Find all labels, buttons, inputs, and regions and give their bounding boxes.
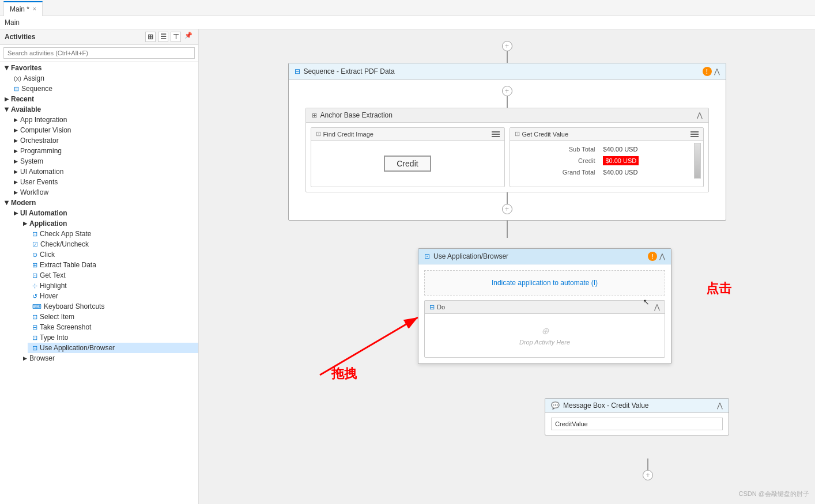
anchor-body: ⊡ Find Credit Image Credit: [306, 123, 708, 192]
message-input[interactable]: [551, 418, 723, 430]
table-row: Sub Total $40.00 USD: [514, 144, 692, 154]
add-connector-inner-bottom[interactable]: +: [502, 204, 512, 214]
favorites-children: (x) Assign ⊟ Sequence: [0, 73, 198, 94]
recent-label[interactable]: ▶ Recent: [0, 94, 198, 104]
list-item[interactable]: ⊟ Sequence: [9, 84, 198, 94]
sidebar-search: [0, 45, 198, 62]
bottom-add-connector[interactable]: +: [643, 470, 653, 480]
available-section: ▶ Available ▶ App Integration ▶ Computer…: [0, 104, 198, 198]
sidebar-item-select-item[interactable]: ⊡ Select Item: [28, 312, 198, 322]
list-item[interactable]: (x) Assign: [9, 73, 198, 84]
keyboard-icon: ⌨: [32, 303, 41, 310]
message-box-block: 💬 Message Box - Credit Value ⋀: [545, 398, 729, 435]
main-tab[interactable]: Main * ×: [3, 1, 43, 16]
favorites-label[interactable]: ▶ Favorites: [0, 63, 198, 73]
get-header-icons: [691, 131, 699, 137]
msg-collapse-icon[interactable]: ⋀: [717, 401, 723, 410]
canvas-area: + ⊟ Sequence - Extract PDF Data ! ⋀ +: [199, 29, 815, 504]
credit-button[interactable]: Credit: [384, 156, 431, 172]
indicate-button[interactable]: Indicate application to automate (I): [424, 270, 665, 295]
get-menu-icon[interactable]: [691, 131, 699, 137]
sidebar-item-click[interactable]: ⊙ Click: [28, 249, 198, 260]
use-app-collapse-icon[interactable]: ⋀: [659, 252, 665, 260]
sidebar-item-browser[interactable]: ▶ Browser: [18, 353, 198, 363]
check-uncheck-icon: ☑: [32, 241, 38, 248]
table-row: Grand Total $40.00 USD: [514, 167, 692, 177]
modern-ui-automation-label[interactable]: ▶ UI Automation: [9, 208, 198, 218]
get-icon: ⊡: [515, 130, 520, 138]
sidebar-icon-filter[interactable]: ⊤: [171, 32, 181, 42]
anchor-collapse-icon[interactable]: ⋀: [697, 111, 703, 119]
sidebar-item-system[interactable]: ▶ System: [9, 156, 198, 166]
sidebar-item-programming[interactable]: ▶ Programming: [9, 146, 198, 156]
sidebar-item-highlight[interactable]: ⊹ Highlight: [28, 281, 198, 291]
use-app-header-left: ⊡ Use Application/Browser: [424, 252, 508, 260]
favorites-section: ▶ Favorites (x) Assign ⊟ Sequence: [0, 63, 198, 94]
sidebar-item-user-events[interactable]: ▶ User Events: [9, 177, 198, 187]
arrow-icon: ▶: [14, 179, 18, 185]
drag-label: 拖拽: [331, 365, 357, 382]
use-app-block: ⊡ Use Application/Browser ! ⋀ Indicate a…: [418, 248, 671, 364]
table-row: Credit $0.00 USD: [514, 156, 692, 166]
sidebar-item-use-application[interactable]: ⊡ Use Application/Browser: [28, 343, 198, 353]
find-menu-icon[interactable]: [492, 131, 500, 137]
sidebar-item-check-app-state[interactable]: ⊡ Check App State: [28, 229, 198, 239]
sequence-header: ⊟ Sequence - Extract PDF Data ! ⋀: [289, 63, 726, 80]
table-cell-label: Credit: [514, 156, 599, 166]
arrow-icon: ▶: [14, 138, 18, 143]
table-cell-label: Grand Total: [514, 167, 599, 177]
use-app-info-icon: !: [648, 252, 657, 261]
sidebar-pin-icon[interactable]: 📌: [183, 32, 194, 42]
sidebar-item-computer-vision[interactable]: ▶ Computer Vision: [9, 125, 198, 135]
sidebar-icon-list[interactable]: ☰: [158, 32, 168, 42]
sidebar-item-hover[interactable]: ↺ Hover: [28, 291, 198, 301]
browser-arrow: ▶: [23, 355, 27, 361]
do-collapse-icon[interactable]: ⋀: [654, 303, 660, 311]
sidebar-icon-grid[interactable]: ⊞: [145, 32, 156, 42]
available-label[interactable]: ▶ Available: [0, 104, 198, 115]
tab-label: Main *: [10, 5, 29, 13]
extract-table-icon: ⊞: [32, 262, 37, 269]
table-cell-label: Sub Total: [514, 144, 599, 154]
sidebar-item-take-screenshot[interactable]: ⊟ Take Screenshot: [28, 322, 198, 332]
sidebar-item-orchestrator[interactable]: ▶ Orchestrator: [9, 135, 198, 146]
add-connector-inner-top[interactable]: +: [502, 86, 512, 96]
get-body: Sub Total $40.00 USD Credit $0.00 USD: [510, 141, 703, 181]
table-scrollbar[interactable]: [694, 143, 701, 179]
add-connector-top[interactable]: +: [502, 41, 512, 51]
sequence-block: ⊟ Sequence - Extract PDF Data ! ⋀ +: [288, 63, 726, 221]
sidebar-item-keyboard-shortcuts[interactable]: ⌨ Keyboard Shortcuts: [28, 301, 198, 312]
use-app-header-icon: ⊡: [424, 252, 430, 260]
collapse-icon[interactable]: ⋀: [714, 67, 720, 75]
tab-close-button[interactable]: ×: [33, 6, 36, 12]
sidebar-item-check-uncheck[interactable]: ☑ Check/Uncheck: [28, 239, 198, 249]
sidebar-item-workflow[interactable]: ▶ Workflow: [9, 187, 198, 198]
modern-label[interactable]: ▶ Modern: [0, 198, 198, 208]
sidebar-item-type-into[interactable]: ⊡ Type Into: [28, 332, 198, 343]
msg-header: 💬 Message Box - Credit Value ⋀: [545, 399, 729, 413]
arrow-icon: ▶: [14, 127, 18, 133]
modern-ui-automation-section: ▶ UI Automation ▶ Application: [9, 208, 198, 363]
msg-body: [545, 413, 729, 435]
sidebar-item-app-integration[interactable]: ▶ App Integration: [9, 115, 198, 125]
screenshot-icon: ⊟: [32, 324, 37, 331]
application-children: ⊡ Check App State ☑ Check/Uncheck ⊙: [18, 229, 198, 353]
table-scroll: Sub Total $40.00 USD Credit $0.00 USD: [512, 143, 701, 179]
ui-automation-children: ▶ Application ⊡ Check App State: [9, 218, 198, 363]
sidebar-item-extract-table[interactable]: ⊞ Extract Table Data: [28, 260, 198, 270]
use-app-icon: ⊡: [32, 344, 37, 352]
do-label: Do: [437, 304, 445, 310]
use-app-header-icons: ! ⋀: [648, 252, 665, 261]
find-header-left: ⊡ Find Credit Image: [316, 130, 373, 138]
search-input[interactable]: [3, 47, 195, 59]
favorites-arrow: ▶: [4, 66, 10, 70]
table-cell-value: $40.00 USD: [599, 167, 691, 177]
find-title: Find Credit Image: [323, 131, 373, 138]
use-app-body: Indicate application to automate (I) ⊟ D…: [418, 264, 671, 363]
watermark: CSDN @会敲键盘的肘子: [739, 490, 809, 498]
msg-header-left: 💬 Message Box - Credit Value: [551, 401, 649, 410]
available-children: ▶ App Integration ▶ Computer Vision ▶ Or…: [0, 115, 198, 198]
sidebar-item-get-text[interactable]: ⊡ Get Text: [28, 270, 198, 281]
application-label[interactable]: ▶ Application: [18, 218, 198, 229]
sidebar-item-ui-automation[interactable]: ▶ UI Automation: [9, 166, 198, 177]
